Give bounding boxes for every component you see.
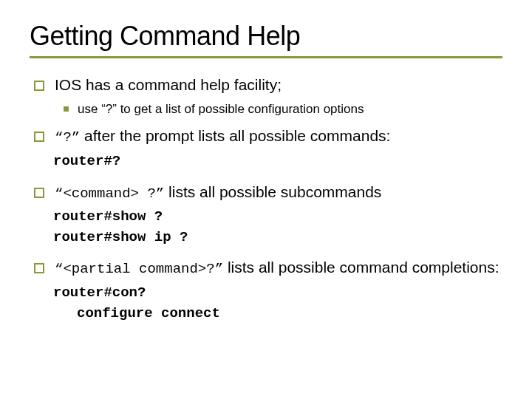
bullet-4: “<partial command>?” lists all possible … [34,257,502,279]
bullet-4-code-2: configure connect [77,304,502,324]
bullet-3-text: “<command> ?” lists all possible subcomm… [55,182,381,204]
bullet-1: IOS has a command help facility; [34,75,502,95]
filled-square-bullet-icon [64,106,69,112]
bullet-4-code-inline: “<partial command>?” [55,261,223,277]
bullet-2: “?” after the prompt lists all possible … [34,126,502,148]
bullet-3-code-1: router#show ? [53,208,502,227]
square-bullet-icon [34,188,44,198]
bullet-3: “<command> ?” lists all possible subcomm… [34,182,502,204]
bullet-2-text: “?” after the prompt lists all possible … [55,126,390,148]
bullet-2-code: router#? [53,152,502,171]
bullet-2-code-inline: “?” [55,129,80,146]
title-underline [30,56,502,58]
slide-title: Getting Command Help [30,21,502,52]
square-bullet-icon [34,263,44,273]
bullet-4-code-1: router#con? [53,284,502,303]
bullet-2-tail: after the prompt lists all possible comm… [80,127,390,144]
bullet-1-text: IOS has a command help facility; [55,75,282,95]
bullet-4-text: “<partial command>?” lists all possible … [55,257,499,279]
bullet-4-tail: lists all possible command completions: [223,259,499,276]
bullet-3-tail: lists all possible subcommands [164,183,381,200]
bullet-list: IOS has a command help facility; use “?”… [30,75,502,323]
bullet-3-code-2: router#show ip ? [53,228,502,248]
square-bullet-icon [34,132,44,142]
bullet-1-sub-text: use “?” to get a list of possible config… [78,101,364,118]
bullet-3-code-inline: “<command> ?” [55,185,164,202]
bullet-1-sub: use “?” to get a list of possible config… [64,101,502,118]
square-bullet-icon [34,81,44,91]
